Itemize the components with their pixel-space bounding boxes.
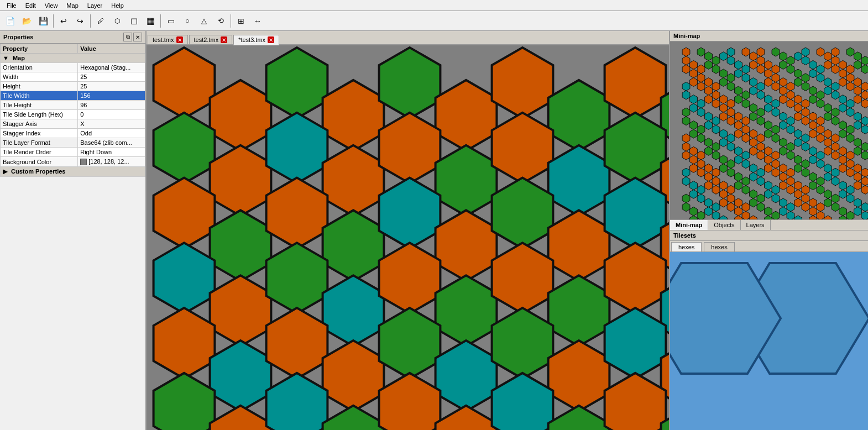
prop-bgcolor-value: [128, 128, 12... <box>78 157 145 167</box>
menu-file[interactable]: File <box>2 1 21 10</box>
prop-renderorder-row: Tile Render Order Right Down <box>1 148 145 157</box>
map-svg <box>147 45 669 430</box>
prop-layerformat-key: Tile Layer Format <box>1 138 78 148</box>
prop-height-key: Height <box>1 82 78 91</box>
panel-header-buttons: ⧉ ✕ <box>123 33 142 41</box>
tab-test1-label: test.tmx <box>153 36 174 43</box>
tilesets-tab-2[interactable]: hexes <box>704 242 734 251</box>
stamp-button[interactable]: 🖊 <box>93 13 108 29</box>
prop-height-value: 25 <box>78 82 145 91</box>
flip-button[interactable]: ↔ <box>250 13 265 29</box>
select-rect-button[interactable]: ▭ <box>163 13 179 29</box>
open-button[interactable]: 📂 <box>19 13 34 29</box>
minimap-area <box>670 41 868 219</box>
toolbar-separator-3 <box>160 14 161 28</box>
tab-test2[interactable]: test2.tmx ✕ <box>189 35 233 44</box>
undo-button[interactable]: ↩ <box>56 13 71 29</box>
prop-tilewidth-row[interactable]: Tile Width 156 <box>1 91 145 101</box>
col-property-header: Property <box>1 44 78 54</box>
prop-width-row: Width 25 <box>1 72 145 82</box>
toolbar-separator-2 <box>90 14 91 28</box>
tilesets-svg <box>670 252 868 430</box>
tilesets-content <box>670 252 868 430</box>
new-button[interactable]: 📄 <box>2 13 18 29</box>
prop-tileheight-key: Tile Height <box>1 101 78 110</box>
minimap-header: Mini-map <box>670 31 868 41</box>
rotate-button[interactable]: ⊞ <box>233 13 249 29</box>
tab-test1[interactable]: test.tmx ✕ <box>148 35 188 44</box>
minimap-tab-minimap[interactable]: Mini-map <box>670 220 708 230</box>
properties-title: Properties <box>3 34 33 40</box>
prop-layerformat-value: Base64 (zlib com... <box>78 138 145 148</box>
prop-orientation-key: Orientation <box>1 63 78 72</box>
prop-height-row: Height 25 <box>1 82 145 91</box>
prop-orientation-row: Orientation Hexagonal (Stag... <box>1 63 145 72</box>
menu-map[interactable]: Map <box>62 1 82 10</box>
prop-tileside-row: Tile Side Length (Hex) 0 <box>1 110 145 119</box>
tab-test1-close[interactable]: ✕ <box>176 36 183 43</box>
tab-test3-label: *test3.tmx <box>238 36 265 43</box>
select-wand-button[interactable]: ⟲ <box>213 13 228 29</box>
menu-edit[interactable]: Edit <box>21 1 40 10</box>
section-custom-label: ▶ Custom Properties <box>1 167 145 177</box>
select-polygon-button[interactable]: △ <box>196 13 212 29</box>
tilesets-tab-1[interactable]: hexes <box>671 242 702 251</box>
properties-table: Property Value ▼ Map Orientation Hexagon… <box>0 44 145 177</box>
prop-tileheight-row: Tile Height 96 <box>1 101 145 110</box>
prop-staggeraxis-key: Stagger Axis <box>1 119 78 129</box>
eraser-button[interactable]: ◻ <box>126 13 142 29</box>
map-editor-panel: test.tmx ✕ test2.tmx ✕ *test3.tmx ✕ <box>147 31 669 430</box>
minimap-tab-objects[interactable]: Objects <box>708 220 740 230</box>
collapse-icon[interactable]: ▼ <box>3 55 9 61</box>
panel-float-button[interactable]: ⧉ <box>123 33 132 41</box>
prop-renderorder-key: Tile Render Order <box>1 148 78 157</box>
tab-test3[interactable]: *test3.tmx ✕ <box>233 35 279 45</box>
map-canvas[interactable] <box>147 45 669 430</box>
redo-button[interactable]: ↪ <box>72 13 88 29</box>
menu-bar: File Edit View Map Layer Help <box>0 0 868 11</box>
tilesets-tabs: hexes hexes <box>670 241 868 252</box>
properties-panel-header: Properties ⧉ ✕ <box>0 31 145 44</box>
prop-staggerindex-value: Odd <box>78 129 145 138</box>
tilesets-header: Tilesets <box>670 230 868 241</box>
terrain-button[interactable]: ⬡ <box>109 13 125 29</box>
prop-width-key: Width <box>1 72 78 82</box>
collapse-custom-icon[interactable]: ▶ <box>3 168 7 175</box>
prop-tilewidth-key: Tile Width <box>1 91 78 101</box>
prop-tileside-key: Tile Side Length (Hex) <box>1 110 78 119</box>
tab-bar: test.tmx ✕ test2.tmx ✕ *test3.tmx ✕ <box>147 31 669 45</box>
select-ellipse-button[interactable]: ○ <box>180 13 195 29</box>
toolbar-separator-4 <box>231 14 231 28</box>
tab-test3-close[interactable]: ✕ <box>268 36 274 43</box>
section-map-label: ▼ Map <box>1 54 145 63</box>
toolbar: 📄 📂 💾 ↩ ↪ 🖊 ⬡ ◻ ▦ ▭ ○ △ ⟲ ⊞ ↔ <box>0 11 868 31</box>
menu-help[interactable]: Help <box>107 1 128 10</box>
properties-panel: Properties ⧉ ✕ Property Value ▼ Map <box>0 31 147 430</box>
prop-staggeraxis-row: Stagger Axis X <box>1 119 145 129</box>
section-map-row: ▼ Map <box>1 54 145 63</box>
prop-tileheight-value: 96 <box>78 101 145 110</box>
menu-layer[interactable]: Layer <box>83 1 107 10</box>
prop-tilewidth-value: 156 <box>78 91 145 101</box>
minimap-tabs: Mini-map Objects Layers <box>670 219 868 230</box>
toolbar-separator-1 <box>53 14 54 28</box>
panel-close-button[interactable]: ✕ <box>133 33 142 41</box>
save-button[interactable]: 💾 <box>35 13 51 29</box>
minimap-tab-layers[interactable]: Layers <box>741 220 771 230</box>
prop-staggerindex-key: Stagger Index <box>1 129 78 138</box>
prop-bgcolor-key: Background Color <box>1 157 78 167</box>
minimap-svg <box>670 41 868 219</box>
prop-staggerindex-row: Stagger Index Odd <box>1 129 145 138</box>
bgcolor-swatch <box>80 159 87 165</box>
fill-button[interactable]: ▦ <box>143 13 158 29</box>
prop-tileside-value: 0 <box>78 110 145 119</box>
prop-layerformat-row: Tile Layer Format Base64 (zlib com... <box>1 138 145 148</box>
main-layout: Properties ⧉ ✕ Property Value ▼ Map <box>0 31 868 430</box>
prop-bgcolor-row: Background Color [128, 128, 12... <box>1 157 145 167</box>
right-panel: Mini-map Mini-map Objects Layers Tileset… <box>669 31 868 430</box>
menu-view[interactable]: View <box>40 1 62 10</box>
prop-staggeraxis-value: X <box>78 119 145 129</box>
tab-test2-close[interactable]: ✕ <box>221 36 227 43</box>
prop-renderorder-value: Right Down <box>78 148 145 157</box>
section-custom-row: ▶ Custom Properties <box>1 167 145 177</box>
